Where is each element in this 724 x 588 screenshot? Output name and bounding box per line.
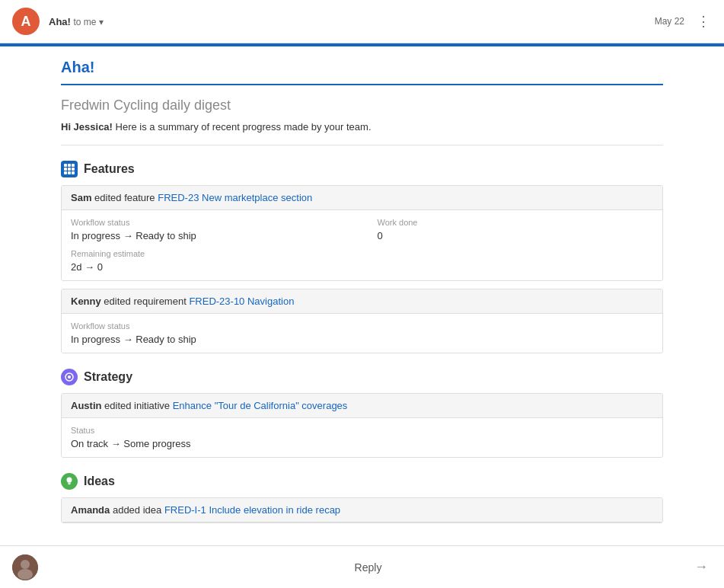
features-icon [61,161,78,177]
ideas-section: Ideas Amanda added idea FRED-I-1 Include… [61,473,663,523]
card2-workflow-value: In progress → Ready to ship [71,334,653,345]
strategy-card1-actor: Austin [71,400,101,411]
svg-point-2 [67,478,72,483]
svg-rect-4 [69,484,71,484]
strategy-card-1-body: Status On track → Some progress [62,418,662,457]
reply-button[interactable]: Reply [46,561,691,574]
card1-link[interactable]: FRED-23 New marketplace section [158,192,312,203]
sender-name-row: Aha! to me ▾ [49,16,655,27]
greeting: Hi Jessica! Here is a summary of recent … [61,121,663,145]
strategy-header: Strategy [61,369,663,385]
features-header: Features [61,161,663,177]
strategy-icon [61,369,78,385]
svg-rect-3 [68,483,71,484]
feature-card-1-header: Sam edited feature FRED-23 New marketpla… [62,186,662,210]
send-icon[interactable]: → [691,557,712,578]
ideas-icon [61,473,78,490]
card1-workflow-value: In progress → Ready to ship [71,230,347,241]
email-header: A Aha! to me ▾ May 22 ⋮ [0,0,724,43]
features-section: Features Sam edited feature FRED-23 New … [61,161,663,353]
sender-name: Aha! [49,16,71,27]
sender-avatar: A [12,8,40,35]
greeting-name: Hi Jessica! [61,121,113,133]
digest-title: Fredwin Cycling daily digest [61,97,663,113]
aha-brand-header: Aha! [61,46,663,85]
features-title: Features [84,162,135,176]
svg-point-7 [18,569,33,580]
feature-card-2-body: Workflow status In progress → Ready to s… [62,314,662,353]
ideas-card1-actor: Amanda [71,504,110,516]
ideas-card-1-header: Amanda added idea FRED-I-1 Include eleva… [62,498,662,522]
more-options-button[interactable]: ⋮ [697,13,712,30]
reply-avatar [12,554,38,580]
svg-point-6 [21,560,30,569]
feature-card-2: Kenny edited requirement FRED-23-10 Navi… [61,289,663,353]
sender-to: to me [74,17,99,27]
ideas-card1-action: added idea [113,504,164,516]
strategy-title: Strategy [84,370,132,384]
card1-row1: Workflow status In progress → Ready to s… [71,218,653,241]
card1-actor: Sam [71,192,91,203]
card1-workflow-field: Workflow status In progress → Ready to s… [71,218,347,241]
card2-actor: Kenny [71,296,101,307]
ideas-card1-link[interactable]: FRED-I-1 Include elevation in ride recap [164,504,340,516]
strategy-card1-link[interactable]: Enhance "Tour de California" coverages [173,400,348,411]
card1-workflow-label: Workflow status [71,218,347,227]
card1-remaining-value: 2d → 0 [71,261,653,273]
card1-action: edited feature [94,192,158,203]
svg-point-1 [68,375,71,379]
greeting-text: Here is a summary of recent progress mad… [113,121,372,133]
email-content: Aha! Fredwin Cycling daily digest Hi Jes… [0,46,724,549]
strategy-svg-icon [64,372,75,382]
aha-title: Aha! [61,59,94,75]
ideas-svg-icon [64,476,75,487]
feature-card-2-header: Kenny edited requirement FRED-23-10 Navi… [62,289,662,314]
strategy-status-label: Status [71,426,653,435]
reply-avatar-image [12,554,38,580]
strategy-card-1: Austin edited initiative Enhance "Tour d… [61,393,663,458]
feature-card-1-body: Workflow status In progress → Ready to s… [62,210,662,280]
card1-workdone-field: Work done 0 [378,218,654,241]
strategy-status-value: On track → Some progress [71,438,653,449]
feature-card-1: Sam edited feature FRED-23 New marketpla… [61,185,663,281]
avatar-initial: A [21,14,31,30]
card2-workflow-label: Workflow status [71,321,653,331]
email-footer: Reply → [0,545,724,588]
email-date: May 22 [655,16,684,27]
strategy-card-1-header: Austin edited initiative Enhance "Tour d… [62,394,662,418]
dropdown-arrow[interactable]: ▾ [99,17,104,27]
strategy-card1-action: edited initiative [104,400,173,411]
card1-remaining: Remaining estimate 2d → 0 [71,249,653,273]
card1-workdone-value: 0 [378,230,654,241]
sender-info: Aha! to me ▾ [49,16,655,27]
card2-link[interactable]: FRED-23-10 Navigation [189,296,294,307]
grid-icon [64,164,75,174]
ideas-header: Ideas [61,473,663,490]
ideas-card-1: Amanda added idea FRED-I-1 Include eleva… [61,497,663,523]
card1-workdone-label: Work done [378,218,654,227]
strategy-section: Strategy Austin edited initiative Enhanc… [61,369,663,458]
ideas-title: Ideas [84,475,115,488]
card1-remaining-label: Remaining estimate [71,249,653,258]
card2-action: edited requirement [104,296,189,307]
